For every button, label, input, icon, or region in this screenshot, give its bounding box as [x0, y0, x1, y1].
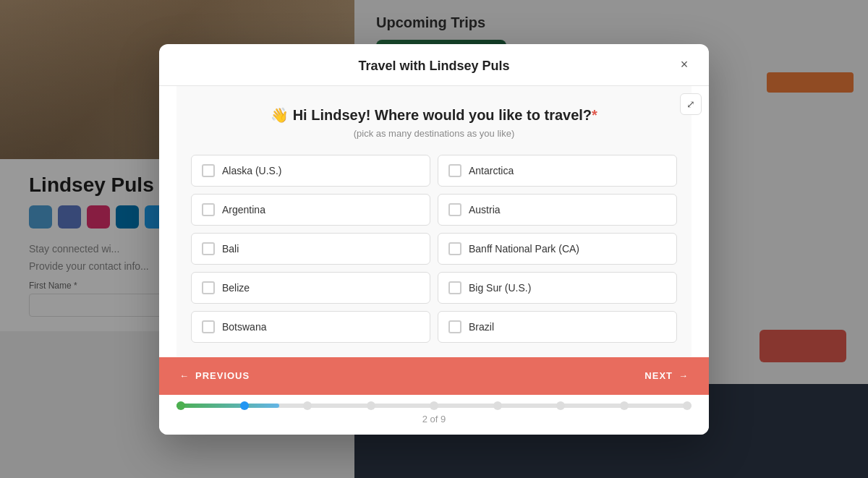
question-text: 👋 Hi Lindsey! Where would you like to tr…: [271, 107, 597, 123]
progress-dot-6: [556, 401, 565, 410]
modal-dialog: Travel with Lindsey Puls × ⤢ 👋 Hi Lindse…: [159, 44, 709, 435]
progress-label: 2 of 9: [422, 414, 446, 424]
progress-dot-7: [620, 401, 629, 410]
question-emoji: 👋: [271, 107, 289, 123]
destination-label-bali: Bali: [222, 243, 239, 255]
prev-arrow-icon: ←: [179, 370, 190, 381]
progress-dots: [176, 404, 692, 408]
modal-title: Travel with Lindsey Puls: [358, 59, 509, 74]
progress-dot-3: [367, 401, 375, 410]
checkbox-big-sur[interactable]: [448, 281, 461, 294]
progress-dot-1: [240, 401, 249, 410]
checkbox-bali[interactable]: [202, 242, 215, 255]
destinations-grid: Alaska (U.S.)AntarcticaArgentinaAustriaB…: [191, 155, 677, 343]
form-question: 👋 Hi Lindsey! Where would you like to tr…: [191, 106, 677, 124]
checkbox-austria[interactable]: [448, 203, 461, 216]
destination-banff[interactable]: Banff National Park (CA): [438, 233, 677, 265]
checkbox-brazil[interactable]: [448, 320, 461, 333]
next-label: NEXT: [644, 370, 673, 381]
next-arrow-icon: →: [678, 370, 689, 381]
progress-dot-4: [430, 401, 438, 410]
checkbox-banff[interactable]: [448, 242, 461, 255]
checkbox-botswana[interactable]: [202, 320, 215, 333]
form-subtitle: (pick as many destinations as you like): [191, 128, 677, 139]
destination-label-antarctica: Antarctica: [469, 165, 514, 176]
destination-big-sur[interactable]: Big Sur (U.S.): [438, 272, 677, 304]
progress-dot-5: [493, 401, 502, 410]
progress-dot-2: [303, 401, 312, 410]
modal-navigation: ← PREVIOUS NEXT →: [159, 357, 709, 395]
checkbox-belize[interactable]: [202, 281, 215, 294]
destination-belize[interactable]: Belize: [191, 272, 430, 304]
destination-label-big-sur: Big Sur (U.S.): [469, 282, 531, 294]
modal-close-button[interactable]: ×: [674, 54, 694, 74]
previous-button[interactable]: ← PREVIOUS: [179, 370, 250, 381]
modal-body[interactable]: ⤢ 👋 Hi Lindsey! Where would you like to …: [159, 86, 709, 357]
destination-brazil[interactable]: Brazil: [438, 311, 677, 343]
progress-section: 2 of 9: [159, 395, 709, 435]
destination-argentina[interactable]: Argentina: [191, 194, 430, 226]
required-asterisk: *: [592, 107, 597, 123]
progress-bar: [176, 404, 692, 408]
destination-label-austria: Austria: [469, 204, 501, 215]
destination-label-brazil: Brazil: [469, 321, 494, 333]
progress-dot-8: [683, 401, 692, 410]
modal-overlay[interactable]: Travel with Lindsey Puls × ⤢ 👋 Hi Lindse…: [0, 0, 868, 478]
question-main: Hi Lindsey! Where would you like to trav…: [293, 107, 592, 123]
next-button[interactable]: NEXT →: [644, 370, 689, 381]
destination-label-argentina: Argentina: [222, 204, 265, 215]
destination-alaska[interactable]: Alaska (U.S.): [191, 155, 430, 187]
progress-dot-0: [176, 401, 185, 410]
destination-label-alaska: Alaska (U.S.): [222, 165, 281, 176]
form-inner: 👋 Hi Lindsey! Where would you like to tr…: [176, 86, 692, 357]
destination-bali[interactable]: Bali: [191, 233, 430, 265]
expand-button[interactable]: ⤢: [680, 93, 702, 115]
destination-label-botswana: Botswana: [222, 321, 266, 333]
previous-label: PREVIOUS: [195, 370, 250, 381]
destination-label-belize: Belize: [222, 282, 250, 294]
destination-austria[interactable]: Austria: [438, 194, 677, 226]
modal-header: Travel with Lindsey Puls ×: [159, 44, 709, 86]
checkbox-antarctica[interactable]: [448, 164, 461, 177]
destination-label-banff: Banff National Park (CA): [469, 243, 579, 255]
checkbox-alaska[interactable]: [202, 164, 215, 177]
destination-antarctica[interactable]: Antarctica: [438, 155, 677, 187]
destination-botswana[interactable]: Botswana: [191, 311, 430, 343]
checkbox-argentina[interactable]: [202, 203, 215, 216]
